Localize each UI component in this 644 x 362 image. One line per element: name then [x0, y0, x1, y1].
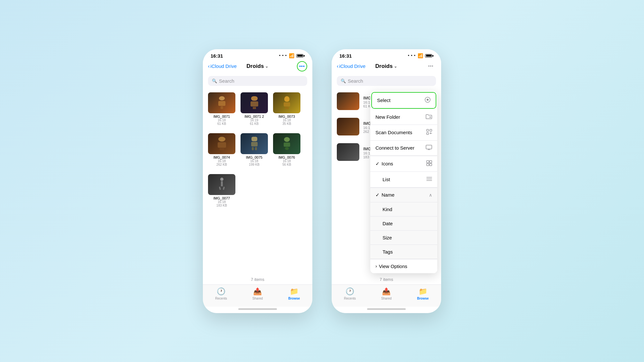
title-chevron-right: ⌄: [394, 64, 397, 69]
file-size-0073: 35 KB: [282, 122, 291, 125]
icons-checkmark: ✓: [375, 161, 380, 167]
status-bar-right: 16:31 • • • 📶: [332, 49, 441, 60]
ellipsis-icon-right: •••: [428, 64, 434, 69]
search-placeholder-left: Search: [219, 78, 234, 84]
search-input-right[interactable]: 🔍 Search: [337, 76, 436, 86]
ellipsis-icon-left: •••: [299, 64, 305, 69]
grid-icon: [426, 160, 432, 167]
file-item-0077[interactable]: IMG_0077 16:18 183 KB: [208, 174, 235, 207]
svg-rect-13: [430, 163, 432, 166]
shared-icon-left: 📤: [253, 287, 262, 296]
file-name-0071: IMG_0071: [213, 115, 230, 118]
file-time-0074: 16:18: [218, 159, 226, 163]
chevron-left-icon-right: ‹: [337, 63, 338, 69]
connect-to-server-label: Connect to Server: [375, 145, 414, 151]
name-sort-item[interactable]: ✓ Name ∧: [370, 188, 437, 202]
date-label: Date: [380, 221, 393, 226]
status-time-right: 16:31: [339, 53, 352, 59]
file-item-0075[interactable]: IMG_0075 16:18 199 KB: [241, 133, 268, 166]
connect-to-server-item[interactable]: Connect to Server: [370, 141, 437, 156]
scan-icon: [426, 129, 432, 136]
search-input-left[interactable]: 🔍 Search: [208, 76, 307, 86]
file-item-0073[interactable]: IMG_0073 16:18 35 KB: [273, 92, 300, 125]
file-name-0074: IMG_0074: [213, 155, 230, 159]
scan-documents-item[interactable]: Scan Documents: [370, 125, 437, 141]
kind-item[interactable]: Kind: [370, 202, 437, 217]
search-bar-left: 🔍 Search: [203, 74, 312, 89]
tab-shared-right[interactable]: 📤 Shared: [368, 287, 404, 300]
file-name-0076: IMG_0076: [279, 155, 295, 159]
file-item-0076[interactable]: IMG_0076 16:18 56 KB: [273, 133, 300, 166]
file-thumb-00712: [241, 92, 268, 113]
file-time-00712: 16:19: [250, 118, 258, 122]
more-button-right[interactable]: •••: [426, 61, 436, 71]
tab-recents-left[interactable]: 🕐 Recents: [203, 287, 239, 300]
file-item-00712[interactable]: IMG_0071 2 16:19 61 KB: [241, 92, 268, 125]
thumb-r-0077: [337, 143, 359, 161]
battery-icon-right: [425, 54, 433, 58]
more-button-left[interactable]: •••: [297, 61, 307, 71]
signal-icon-right: • • •: [408, 53, 416, 58]
home-bar-left: [238, 308, 277, 310]
file-name-0077: IMG_0077: [213, 196, 230, 200]
svg-rect-10: [427, 161, 429, 163]
browse-icon-right: 📁: [419, 287, 427, 296]
dropdown-menu: Select New Folder: [370, 91, 437, 273]
file-thumb-0076: [273, 133, 300, 154]
tab-recents-right[interactable]: 🕐 Recents: [332, 287, 368, 300]
file-time-0073: 16:18: [283, 118, 291, 122]
svg-rect-6: [427, 133, 429, 135]
select-icon: [425, 97, 431, 104]
list-item[interactable]: List: [370, 172, 437, 188]
view-options-item[interactable]: › View Options: [370, 259, 437, 273]
svg-rect-4: [427, 129, 429, 131]
size-label: Size: [380, 235, 392, 240]
nav-bar-right: ‹ iCloud Drive Droids ⌄ •••: [332, 60, 441, 74]
title-text-right: Droids: [375, 63, 393, 70]
view-options-label: › View Options: [375, 264, 407, 269]
file-time-0076: 16:18: [283, 159, 291, 163]
back-button-left[interactable]: ‹ iCloud Drive: [208, 63, 237, 69]
new-folder-label: New Folder: [375, 114, 400, 120]
icons-label: ✓ Icons: [375, 161, 393, 167]
tab-label-shared-left: Shared: [252, 297, 263, 300]
new-folder-icon: [426, 114, 432, 120]
name-checkmark: ✓: [375, 192, 380, 198]
file-time-0071: 16:18: [218, 118, 226, 122]
grid-row-3: IMG_0077 16:18 183 KB: [208, 174, 307, 207]
home-indicator-left: [203, 307, 312, 313]
file-thumb-0075: [241, 133, 268, 154]
file-thumb-0071: [208, 92, 235, 113]
svg-rect-11: [430, 161, 432, 163]
svg-rect-7: [426, 145, 432, 149]
file-time-0075: 16:18: [250, 159, 258, 163]
monitor-icon: [426, 145, 432, 151]
left-phone: 16:31 • • • 📶 ‹ iCloud Drive Droids ⌄ ••…: [203, 49, 312, 313]
file-thumb-0073: [273, 92, 300, 113]
tab-label-browse-left: Browse: [288, 297, 300, 300]
tab-browse-left[interactable]: 📁 Browse: [276, 287, 312, 300]
tab-browse-right[interactable]: 📁 Browse: [405, 287, 441, 300]
file-item-0074[interactable]: IMG_0074 16:18 262 KB: [208, 133, 235, 166]
date-item[interactable]: Date: [370, 217, 437, 231]
view-options-text: View Options: [379, 264, 407, 269]
file-grid-left: IMG_0071 16:18 61 KB IMG_0071 2 16:19 61…: [203, 89, 312, 276]
back-button-right[interactable]: ‹ iCloud Drive: [337, 63, 365, 69]
file-size-0075: 199 KB: [249, 163, 260, 166]
back-label-right: iCloud Drive: [339, 63, 365, 69]
tags-item[interactable]: Tags: [370, 245, 437, 259]
size-item[interactable]: Size: [370, 231, 437, 245]
thumb-r-0074: [337, 118, 359, 135]
svg-rect-5: [430, 129, 432, 131]
icons-item[interactable]: ✓ Icons: [370, 156, 437, 172]
grid-row-1: IMG_0071 16:18 61 KB IMG_0071 2 16:19 61…: [208, 92, 307, 125]
name-sort-label: ✓ Name: [375, 192, 394, 198]
file-size-0071: 61 KB: [217, 122, 226, 125]
folder-title-right: Droids ⌄: [375, 63, 398, 70]
tab-shared-left[interactable]: 📤 Shared: [239, 287, 276, 300]
select-item-wrapper: Select: [371, 92, 436, 109]
new-folder-item[interactable]: New Folder: [370, 110, 437, 125]
battery-icon: [296, 54, 305, 58]
file-item-0071[interactable]: IMG_0071 16:18 61 KB: [208, 92, 235, 125]
select-item[interactable]: Select: [372, 93, 436, 108]
